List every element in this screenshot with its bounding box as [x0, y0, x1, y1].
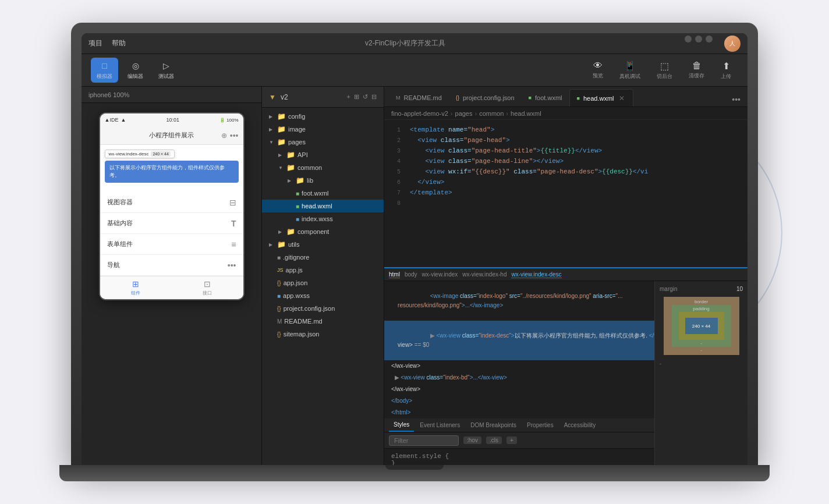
nav-item-3[interactable]: 导航 ••• [100, 255, 243, 276]
border-box: padding - 240 × 44 [672, 305, 731, 347]
tree-item-foot-wxml[interactable]: ■ foot.wxml [262, 187, 384, 200]
file-tree-header-icons: + ⊞ ↺ ⊟ [347, 93, 377, 101]
upload-action[interactable]: ⬆ 上传 [714, 58, 738, 83]
tab-dom-breakpoints[interactable]: DOM Breakpoints [466, 419, 521, 432]
clear-cache-label: 清缓存 [689, 72, 704, 80]
status-time: 10:01 [166, 117, 179, 123]
dom-tab-body[interactable]: body [405, 271, 417, 278]
tree-item-project-config[interactable]: {} project.config.json [262, 302, 384, 315]
filter-tag-cls[interactable]: .cls [486, 436, 502, 444]
tab-properties[interactable]: Properties [522, 419, 558, 432]
highlighted-text: 以下将展示小程序官方组件能力，组件样式仅供参考。 [109, 165, 225, 178]
line-num-1: 1 [384, 127, 405, 133]
components-tab-icon: ⊞ [132, 279, 139, 289]
box-labels-row: - [660, 361, 743, 367]
app-title: v2-FinClip小程序开发工具 [126, 38, 685, 48]
ide-label: ▲IDE [105, 117, 119, 123]
tree-item-api[interactable]: ▶ 📁 API [262, 148, 384, 161]
real-device-action[interactable]: 📱 真机调试 [612, 58, 647, 83]
tab-styles[interactable]: Styles [389, 419, 414, 432]
filter-tag-hov[interactable]: :hov [463, 436, 481, 444]
line-num-5: 5 [384, 169, 405, 175]
tree-item-app-json[interactable]: {} app.json [262, 276, 384, 289]
clear-cache-action[interactable]: 🗑 清缓存 [682, 58, 711, 82]
code-line-3: 3 <view class="page-head-title">{{title}… [384, 145, 747, 156]
tooltip-element-name: wx-view.index-desc [109, 151, 149, 157]
nav-item-2[interactable]: 表单组件 ≡ [100, 234, 243, 255]
tree-item-pages[interactable]: ▼ 📁 pages [262, 136, 384, 148]
tree-item-app-js[interactable]: JS app.js [262, 264, 384, 276]
debug-button[interactable]: ▷ 测试器 [153, 58, 180, 83]
interface-tab-icon: ⊡ [204, 279, 211, 289]
folder-icon: 📁 [286, 228, 295, 236]
menu-help[interactable]: 帮助 [112, 38, 126, 48]
expand-icon: ▼ [278, 165, 284, 171]
margin-box: border - padding - [664, 297, 739, 355]
code-editor[interactable]: 1 <template name="head"> 2 <view class="… [384, 120, 747, 267]
menu-project[interactable]: 项目 [88, 38, 102, 48]
tab-readme[interactable]: M README.md [389, 89, 449, 107]
line-content-3: <view class="page-head-title">{{title}}<… [405, 147, 602, 154]
item-name: API [297, 151, 308, 158]
nav-item-label-3: 导航 [107, 261, 120, 269]
collapse-icon[interactable]: ⊟ [371, 93, 377, 101]
cut-backend-action[interactable]: ⬚ 切后台 [650, 58, 679, 83]
editor-button[interactable]: ◎ 编辑器 [122, 58, 149, 83]
user-avatar[interactable]: 人 [724, 36, 741, 52]
code-line-5: 5 <view wx:if="{{desc}}" class="page-hea… [384, 166, 747, 177]
tab-foot-wxml[interactable]: ■ foot.wxml [522, 89, 569, 107]
preview-action[interactable]: 👁 预览 [586, 58, 610, 82]
phone-tab-components[interactable]: ⊞ 组件 [131, 279, 140, 296]
dom-tab-wx-view-index-hd[interactable]: wx-view.index-hd [462, 271, 506, 278]
phone-title-bar: 小程序组件展示 ••• ⊕ [100, 126, 243, 145]
tree-item-config[interactable]: ▶ 📁 config [262, 110, 384, 123]
maximize-button[interactable] [695, 36, 702, 42]
tab-head-close[interactable]: ✕ [618, 94, 626, 102]
tab-project-config[interactable]: {} project.config.json [449, 89, 522, 107]
nav-item-0[interactable]: 视图容器 ⊟ [100, 192, 243, 213]
breadcrumb-sep-2: › [506, 110, 508, 117]
file-icon: {} [277, 306, 281, 312]
tree-item-image[interactable]: ▶ 📁 image [262, 123, 384, 136]
breadcrumb-part-1: pages [455, 110, 473, 117]
filter-tag-plus[interactable]: + [506, 436, 517, 444]
dom-tab-wx-view-index[interactable]: wx-view.index [422, 271, 458, 278]
tab-project-icon: {} [456, 95, 459, 101]
tab-accessibility[interactable]: Accessibility [559, 419, 600, 432]
item-name: foot.wxml [302, 190, 328, 197]
source-line-3: </wx-view> [384, 360, 654, 372]
tree-item-index-wxss[interactable]: ■ index.wxss [262, 212, 384, 225]
tab-more-button[interactable]: ••• [729, 93, 743, 107]
tree-item-head-wxml[interactable]: ■ head.wxml [262, 200, 384, 212]
title-text: v2-FinClip小程序开发工具 [365, 39, 445, 47]
tab-project-label: project.config.json [463, 94, 515, 101]
dom-tab-html[interactable]: html [389, 271, 400, 278]
dom-tab-wx-view-index-desc[interactable]: wx-view.index-desc [511, 271, 561, 278]
nav-item-label-2: 表单组件 [107, 240, 133, 249]
tree-item-component[interactable]: ▶ 📁 component [262, 225, 384, 238]
phone-title-expand[interactable]: ⊕ [221, 132, 227, 140]
phone-status-bar: ▲IDE ▲ 10:01 🔋 100% [100, 113, 243, 126]
components-tab-label: 组件 [131, 290, 140, 296]
tab-head-wxml[interactable]: ■ head.wxml ✕ [569, 89, 633, 107]
tree-item-sitemap[interactable]: {} sitemap.json [262, 328, 384, 340]
tree-item-utils[interactable]: ▶ 📁 utils [262, 238, 384, 251]
tab-event-listeners[interactable]: Event Listeners [415, 419, 465, 432]
device-info-label: iphone6 100% [88, 91, 129, 98]
minimize-button[interactable] [685, 36, 692, 42]
tree-item-common[interactable]: ▼ 📁 common [262, 161, 384, 174]
new-file-icon[interactable]: + [347, 93, 350, 101]
new-folder-icon[interactable]: ⊞ [354, 93, 359, 101]
simulate-button[interactable]: □ 模拟器 [91, 58, 118, 83]
padding-bottom-dash: - [700, 340, 702, 346]
tree-item-gitignore[interactable]: ■ .gitignore [262, 251, 384, 264]
styles-filter-input[interactable] [389, 435, 459, 446]
phone-tab-interface[interactable]: ⊡ 接口 [203, 279, 212, 296]
nav-item-1[interactable]: 基础内容 T [100, 213, 243, 234]
refresh-icon[interactable]: ↺ [363, 93, 368, 101]
tree-item-app-wxss[interactable]: ■ app.wxss [262, 289, 384, 302]
close-button[interactable] [706, 36, 713, 42]
tree-item-lib[interactable]: ▶ 📁 lib [262, 174, 384, 187]
tree-item-readme[interactable]: M README.md [262, 315, 384, 328]
phone-title-dots[interactable]: ••• [230, 131, 239, 140]
